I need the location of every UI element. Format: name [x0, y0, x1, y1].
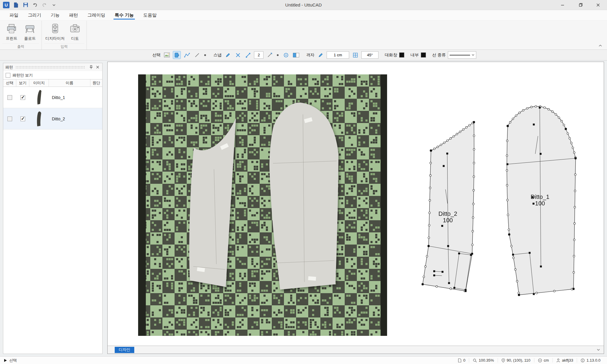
pattern-label-grade: 100 — [535, 200, 545, 207]
plot-button[interactable]: 플로트 — [21, 23, 39, 41]
line-type-preview — [450, 55, 470, 55]
pattern-row-ditto-2[interactable]: Ditto_2 — [3, 108, 102, 130]
polyline-button[interactable] — [183, 51, 191, 59]
line-type-label: 선 종류 — [432, 52, 446, 58]
menu-pattern[interactable]: 패턴 — [64, 10, 83, 20]
collapse-ribbon-chevron-icon — [598, 44, 602, 47]
new-document-icon[interactable] — [13, 2, 19, 8]
minimize-button[interactable] — [554, 0, 571, 10]
show-patterns-only-checkbox[interactable] — [6, 73, 10, 78]
ditto-button[interactable]: 디토 — [66, 23, 84, 41]
pattern-panel: 패턴 패턴만 보기 선택 보기 이미지 이름 원단 — [3, 63, 103, 354]
uttucad-window: U Untitled - UttuCAD — [0, 0, 607, 364]
measure-diagonal-button[interactable] — [266, 51, 274, 59]
maximize-button[interactable] — [571, 0, 589, 10]
grid-pen-button[interactable] — [317, 51, 325, 59]
undo-icon[interactable] — [32, 2, 38, 8]
save-icon[interactable] — [23, 2, 28, 8]
close-button[interactable] — [589, 0, 607, 10]
column-image: 이미지 — [29, 79, 49, 87]
tab-scroll-button[interactable] — [595, 347, 601, 352]
chevron-down-icon — [597, 349, 600, 351]
pattern-label-grade: 100 — [443, 217, 453, 223]
design-canvas[interactable]: Ditto_2 100 Ditto_1 — [107, 62, 604, 354]
menu-file[interactable]: 파일 — [5, 10, 23, 20]
panel-pin-button[interactable] — [88, 65, 94, 70]
quickbar-chevron-icon[interactable] — [51, 2, 57, 8]
status-unit[interactable]: cm — [534, 358, 552, 363]
line-type-select[interactable] — [448, 51, 476, 59]
app-logo: U — [3, 2, 9, 8]
view-checkbox[interactable] — [20, 95, 25, 100]
menu-function[interactable]: 기능 — [46, 10, 64, 20]
inner-label: 내부 — [410, 52, 419, 58]
pattern-name: Ditto_2 — [49, 108, 90, 129]
column-name: 이름 — [49, 79, 90, 87]
column-view: 보기 — [16, 79, 29, 87]
pattern-name: Ditto_1 — [49, 87, 90, 108]
status-zoom[interactable]: 100.35% — [469, 358, 497, 363]
collapse-ribbon-button[interactable] — [597, 43, 603, 48]
snap-cross-icon — [235, 52, 241, 58]
design-tab[interactable]: 디자인 — [115, 347, 134, 353]
vector-pattern-ditto-2[interactable]: Ditto_2 100 — [423, 122, 474, 291]
status-version: 1.13.0.0 — [577, 358, 604, 363]
snap-pen-button[interactable] — [224, 51, 232, 59]
menu-special-functions[interactable]: 특수 기능 — [110, 10, 138, 20]
snap-diagonal-button[interactable] — [244, 51, 252, 59]
print-label: 프린트 — [6, 36, 17, 41]
grid-size-input[interactable] — [327, 51, 349, 59]
menubar: 파일 그리기 기능 패턴 그레이딩 특수 기능 도움말 — [0, 10, 607, 21]
image-icon — [164, 52, 170, 58]
panel-drag-handle[interactable] — [15, 66, 85, 68]
snap-tolerance-input[interactable] — [254, 51, 263, 59]
select-checkbox[interactable] — [7, 116, 12, 121]
user-icon — [556, 358, 560, 363]
snap-cross-button[interactable] — [234, 51, 242, 59]
toolbar-dot-separator — [277, 54, 279, 56]
circle-target-icon — [283, 52, 289, 58]
grid-angle-input[interactable] — [361, 51, 378, 59]
pattern-thumbnail — [34, 88, 44, 107]
print-icon — [6, 23, 17, 34]
view-checkbox[interactable] — [20, 116, 25, 121]
menu-grading[interactable]: 그레이딩 — [83, 10, 110, 20]
pattern-fabric-cell — [90, 108, 102, 129]
line-button[interactable] — [193, 51, 201, 59]
pencil-icon — [225, 52, 231, 58]
circle-snap-button[interactable] — [282, 51, 290, 59]
ribbon-group-output: 프린트 플로트 출력 — [2, 21, 39, 50]
panel-close-button[interactable] — [95, 65, 100, 70]
pin-icon — [89, 65, 93, 69]
print-button[interactable]: 프린트 — [2, 23, 21, 41]
dialog-color-swatch[interactable] — [399, 52, 404, 58]
vector-patterns-svg[interactable]: Ditto_2 100 Ditto_1 — [108, 62, 604, 346]
maximize-icon — [578, 3, 582, 7]
statusbar: 선택 0 100.35% 90, (100), 110 cm — [0, 356, 607, 364]
pattern-row-ditto-1[interactable]: Ditto_1 — [3, 87, 102, 108]
status-coordinates: 90, (100), 110 — [498, 358, 534, 363]
menu-help[interactable]: 도움말 — [138, 10, 161, 20]
plot-icon — [24, 23, 36, 34]
menu-draw[interactable]: 그리기 — [23, 10, 46, 20]
image-select-button[interactable] — [163, 51, 171, 59]
inner-color-swatch[interactable] — [421, 52, 426, 58]
pencil-icon — [318, 52, 323, 58]
digitize-select-button[interactable] — [173, 51, 181, 59]
grid-toggle-button[interactable] — [351, 51, 359, 59]
content-area: 패턴 패턴만 보기 선택 보기 이미지 이름 원단 — [0, 60, 607, 356]
redo-icon[interactable] — [41, 2, 47, 8]
minimize-icon — [560, 3, 565, 7]
fill-toggle-button[interactable] — [292, 51, 300, 59]
ribbon-group-input: 디지타이저 디토 입력 — [44, 21, 84, 50]
select-checkbox[interactable] — [7, 95, 12, 100]
digitizer-button[interactable]: 디지타이저 — [44, 23, 66, 41]
digitizer-label: 디지타이저 — [45, 36, 65, 41]
pattern-fabric-cell — [90, 87, 102, 108]
grid-icon — [353, 52, 358, 58]
measure-diagonal-icon — [267, 52, 272, 58]
status-user: akffj33 — [553, 358, 577, 363]
grid-label: 격자 — [306, 52, 314, 58]
snap-diagonal-icon — [245, 52, 251, 58]
status-mode: 선택 — [9, 358, 17, 363]
